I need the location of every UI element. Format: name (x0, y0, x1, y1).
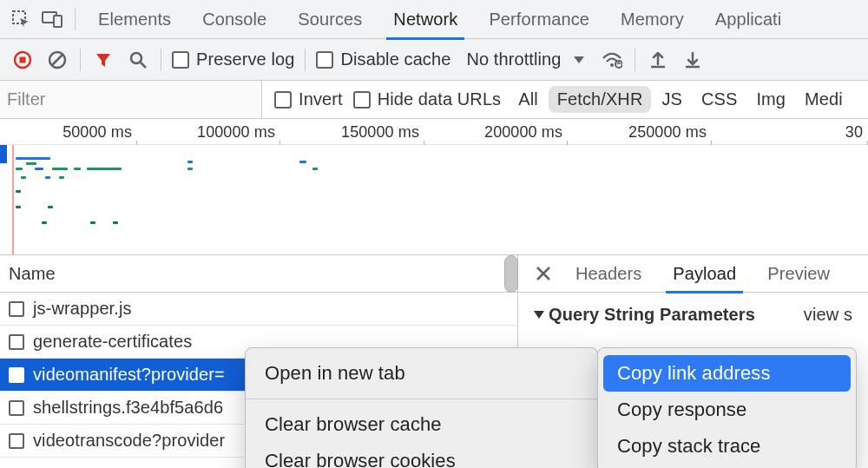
timeline-load-marker (12, 145, 14, 255)
type-filter-media[interactable]: Medi (796, 86, 852, 113)
close-detail-button[interactable] (530, 266, 556, 281)
timeline-tick: 30 (845, 123, 868, 142)
payload-section: Query String Parameters view s (518, 293, 868, 337)
detail-tab-headers[interactable]: Headers (563, 255, 654, 293)
divider (75, 8, 76, 30)
hide-data-urls-label: Hide data URLs (378, 89, 502, 109)
throttling-value: No throttling (466, 49, 561, 69)
menu-item-clear-cookies[interactable]: Clear browser cookies (246, 443, 597, 468)
disable-cache-checkbox[interactable]: Disable cache (316, 49, 450, 69)
svg-line-8 (141, 63, 146, 68)
timeline-overview[interactable]: 50000 ms 100000 ms 150000 ms 200000 ms 2… (0, 119, 868, 255)
disclosure-triangle-icon[interactable] (534, 311, 544, 319)
divider (635, 49, 635, 71)
resource-type-filters: All Fetch/XHR JS CSS Img Medi (510, 86, 852, 113)
divider (305, 49, 306, 71)
request-name: videomanifest?provider= (33, 365, 225, 385)
detail-tab-strip: Headers Payload Preview (518, 255, 868, 293)
context-submenu-copy: Copy link address Copy response Copy sta… (597, 347, 857, 468)
export-har-icon[interactable] (646, 48, 670, 72)
tab-application[interactable]: Applicati (700, 0, 798, 39)
filter-bar: Invert Hide data URLs All Fetch/XHR JS C… (0, 81, 868, 119)
timeline-tick: 50000 ms (62, 123, 137, 142)
timeline-tick: 100000 ms (197, 123, 280, 142)
invert-label: Invert (299, 89, 343, 109)
clear-button[interactable] (45, 48, 69, 72)
menu-item-copy-stack-trace[interactable]: Copy stack trace (598, 428, 856, 465)
preserve-log-checkbox[interactable]: Preserve log (172, 49, 294, 69)
request-name: generate-certificates (33, 332, 192, 352)
network-conditions-icon[interactable] (600, 48, 624, 72)
tab-elements[interactable]: Elements (82, 0, 187, 39)
menu-item-copy-response[interactable]: Copy response (598, 392, 856, 428)
row-checkbox-icon (9, 400, 24, 416)
menu-item-clear-cache[interactable]: Clear browser cache (246, 406, 597, 443)
type-filter-js[interactable]: JS (653, 86, 691, 113)
search-icon[interactable] (126, 48, 150, 72)
menu-item-copy-link-address[interactable]: Copy link address (603, 355, 851, 392)
timeline-tick: 250000 ms (628, 123, 712, 142)
divider (80, 49, 81, 71)
filter-input[interactable] (0, 81, 262, 118)
preserve-log-label: Preserve log (196, 49, 294, 69)
invert-checkbox[interactable]: Invert (274, 89, 343, 109)
view-source-link[interactable]: view s (804, 305, 852, 325)
checkbox-icon (172, 51, 189, 69)
svg-rect-2 (54, 16, 62, 27)
chevron-down-icon (574, 56, 584, 63)
timeline-tick: 150000 ms (341, 123, 424, 142)
type-filter-css[interactable]: CSS (693, 86, 746, 113)
scrollbar-thumb[interactable] (504, 255, 518, 293)
record-button[interactable] (10, 48, 35, 72)
checkbox-icon (274, 91, 292, 109)
network-toolbar: Preserve log Disable cache No throttling (0, 39, 868, 81)
devtools-tab-strip: Elements Console Sources Network Perform… (0, 0, 868, 39)
svg-rect-4 (20, 56, 26, 63)
timeline-waterfall (0, 145, 868, 255)
section-title: Query String Parameters (549, 305, 755, 325)
request-name: shellstrings.f3e4bf5a6d6 (33, 398, 223, 418)
tab-console[interactable]: Console (187, 0, 282, 39)
throttling-select[interactable]: No throttling (461, 49, 589, 69)
type-filter-img[interactable]: Img (747, 86, 794, 113)
menu-item-open-new-tab[interactable]: Open in new tab (246, 355, 597, 392)
svg-point-9 (610, 63, 614, 67)
row-checkbox-icon (9, 367, 24, 383)
hide-data-urls-checkbox[interactable]: Hide data URLs (353, 89, 502, 109)
svg-point-7 (131, 53, 141, 63)
disable-cache-label: Disable cache (340, 49, 450, 69)
tab-memory[interactable]: Memory (605, 0, 700, 39)
request-name: videotranscode?provider (33, 431, 225, 451)
timeline-selection[interactable] (0, 145, 7, 163)
menu-separator (246, 399, 597, 399)
detail-tab-payload[interactable]: Payload (661, 255, 748, 293)
request-name: js-wrapper.js (33, 299, 132, 319)
svg-line-6 (52, 55, 62, 65)
filter-icon[interactable] (91, 48, 115, 72)
import-har-icon[interactable] (681, 48, 705, 72)
row-checkbox-icon (9, 334, 24, 350)
inspect-element-icon[interactable] (5, 0, 36, 39)
checkbox-icon (316, 51, 333, 69)
divider (161, 49, 161, 71)
request-row[interactable]: js-wrapper.js (0, 293, 517, 326)
type-filter-all[interactable]: All (510, 86, 547, 113)
tab-performance[interactable]: Performance (473, 0, 605, 39)
tab-sources[interactable]: Sources (282, 0, 378, 39)
device-toolbar-icon[interactable] (36, 0, 68, 39)
tab-network[interactable]: Network (378, 0, 473, 39)
type-filter-xhr[interactable]: Fetch/XHR (549, 86, 652, 113)
timeline-tick: 200000 ms (484, 123, 568, 142)
column-header-name[interactable]: Name (0, 255, 517, 293)
row-checkbox-icon (9, 433, 24, 449)
timeline-ruler: 50000 ms 100000 ms 150000 ms 200000 ms 2… (0, 119, 868, 145)
detail-tab-preview[interactable]: Preview (755, 255, 842, 293)
checkbox-icon (353, 91, 371, 109)
context-menu: Open in new tab Clear browser cache Clea… (245, 347, 598, 468)
row-checkbox-icon (9, 301, 24, 317)
